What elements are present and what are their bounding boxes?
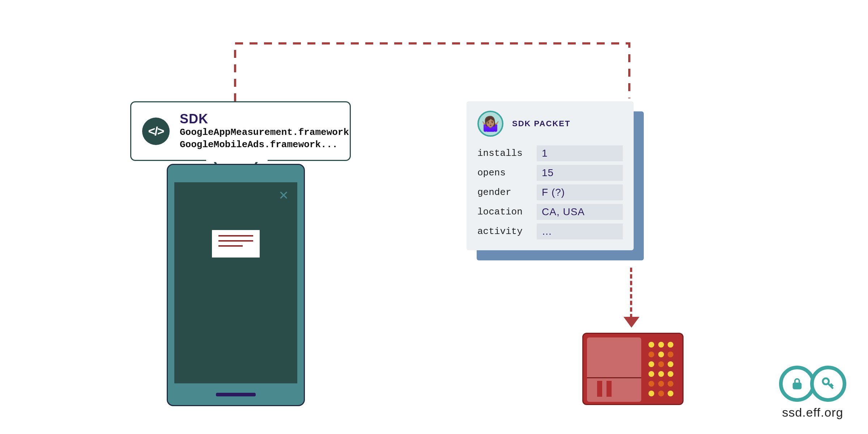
- packet-label: installs: [477, 148, 530, 159]
- server-slot: [607, 381, 612, 397]
- card-line: [218, 245, 243, 247]
- packet-row: gender F (?): [477, 184, 623, 200]
- lock-icon: [791, 377, 804, 390]
- key-icon: [821, 376, 835, 391]
- phone-ad-card: [211, 229, 260, 258]
- phone-home-indicator: [216, 393, 256, 396]
- sdk-framework-line-2: GoogleMobileAds.framework...: [180, 139, 349, 151]
- avatar-emoji: 🤷🏽‍♀️: [481, 115, 499, 132]
- led-icon: [658, 361, 664, 367]
- server-led-panel: [644, 337, 679, 402]
- lock-circle: [779, 366, 815, 402]
- packet-header: 🤷🏽‍♀️ SDK PACKET: [477, 111, 623, 137]
- server-drive-bay: [587, 337, 641, 402]
- packet-row: location CA, USA: [477, 204, 623, 220]
- packet-label: opens: [477, 167, 530, 178]
- sdk-framework-line-1: GoogleAppMeasurement.framework: [180, 127, 349, 139]
- packet-value: CA, USA: [537, 204, 623, 220]
- card-line: [218, 235, 253, 237]
- brand-circles: [779, 366, 846, 402]
- led-icon: [668, 361, 673, 367]
- led-icon: [648, 342, 654, 348]
- led-icon: [648, 361, 654, 367]
- server-divider: [587, 377, 641, 378]
- led-icon: [648, 381, 654, 387]
- callout-pointer-cover: [206, 158, 268, 162]
- led-icon: [668, 342, 673, 348]
- brand-url: ssd.eff.org: [782, 405, 843, 420]
- svg-rect-0: [793, 383, 801, 389]
- packet-value: 15: [537, 165, 623, 181]
- arrow-head-icon: [624, 317, 639, 328]
- card-line: [218, 240, 253, 242]
- packet-value: …: [537, 224, 623, 239]
- code-icon: </>: [142, 118, 170, 145]
- sdk-callout: </> SDK GoogleAppMeasurement.framework G…: [130, 101, 351, 161]
- led-icon: [648, 391, 654, 396]
- packet-value: F (?): [537, 184, 623, 200]
- server-device: [582, 333, 684, 405]
- packet-row: opens 15: [477, 165, 623, 181]
- sdk-title: SDK: [180, 111, 349, 127]
- code-icon-glyph: </>: [148, 124, 163, 138]
- flow-arrow-packet-to-server: [630, 268, 632, 318]
- led-icon: [668, 371, 673, 377]
- led-icon: [648, 371, 654, 377]
- sdk-packet-card: 🤷🏽‍♀️ SDK PACKET installs 1 opens 15 gen…: [467, 101, 644, 260]
- avatar-icon: 🤷🏽‍♀️: [477, 111, 503, 137]
- led-icon: [658, 391, 664, 396]
- flow-arrow-phone-to-packet: [0, 0, 868, 434]
- led-icon: [668, 352, 673, 357]
- phone-device: ✕: [167, 164, 305, 406]
- packet-label: location: [477, 207, 530, 217]
- server-slot: [597, 381, 602, 397]
- packet-value: 1: [537, 145, 623, 161]
- led-icon: [668, 391, 673, 396]
- close-icon: ✕: [278, 188, 289, 203]
- packet-row: activity …: [477, 224, 623, 239]
- led-icon: [658, 352, 664, 357]
- packet-label: gender: [477, 187, 530, 198]
- led-icon: [668, 381, 673, 387]
- packet-label: activity: [477, 226, 530, 237]
- key-circle: [810, 366, 846, 402]
- phone-screen: ✕: [174, 182, 297, 383]
- packet-row: installs 1: [477, 145, 623, 161]
- led-icon: [658, 371, 664, 377]
- sdk-callout-text: SDK GoogleAppMeasurement.framework Googl…: [180, 111, 349, 151]
- packet-body: 🤷🏽‍♀️ SDK PACKET installs 1 opens 15 gen…: [467, 101, 634, 250]
- packet-title: SDK PACKET: [512, 119, 570, 128]
- led-icon: [658, 381, 664, 387]
- led-icon: [658, 342, 664, 348]
- led-icon: [648, 352, 654, 357]
- brand-logo: ssd.eff.org: [779, 366, 846, 420]
